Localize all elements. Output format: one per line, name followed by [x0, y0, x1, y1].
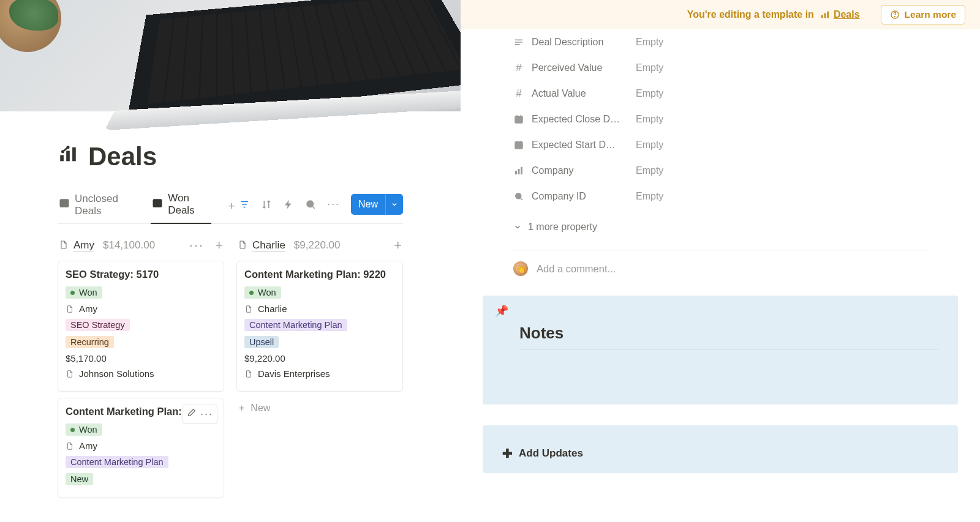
notes-callout[interactable]: 📌 Notes [483, 296, 958, 405]
person-ref[interactable]: Amy [66, 441, 216, 451]
property-row[interactable]: Expected Close D…Empty [513, 106, 927, 132]
divider [519, 349, 938, 349]
column-total: $9,220.00 [294, 239, 341, 252]
updates-callout[interactable]: ✚ Add Updates [483, 425, 958, 473]
column-add-button[interactable]: + [394, 237, 402, 253]
column-add-button[interactable]: + [215, 237, 223, 253]
banner-source-link[interactable]: Deals [820, 9, 860, 20]
chart-bar-icon [58, 144, 78, 170]
edit-icon[interactable] [187, 408, 197, 420]
card-title: SEO Strategy: 5170 [66, 269, 216, 280]
banner-link-text: Deals [834, 9, 860, 20]
svg-rect-2 [72, 147, 76, 162]
property-value: Empty [636, 140, 663, 151]
svg-rect-16 [821, 15, 823, 18]
svg-rect-1 [66, 151, 70, 161]
property-tag: Recurring [66, 336, 114, 348]
property-row[interactable]: Company IDEmpty [513, 184, 927, 209]
svg-rect-32 [515, 171, 517, 174]
property-tag: Content Marketing Plan [66, 456, 168, 468]
chevron-down-icon[interactable] [385, 194, 403, 215]
cover-image [0, 0, 461, 111]
property-label: Company [532, 165, 624, 176]
more-properties-toggle[interactable]: 1 more property [513, 215, 927, 239]
svg-rect-17 [824, 13, 826, 18]
relation-icon [513, 165, 524, 176]
property-value: Empty [636, 62, 663, 73]
new-button[interactable]: New [351, 194, 403, 215]
property-label: Perceived Value [532, 62, 624, 73]
number-icon: # [513, 62, 524, 74]
search-icon[interactable] [305, 199, 316, 210]
status-tag: Won [66, 423, 102, 436]
add-view-button[interactable]: + [225, 197, 239, 215]
column-name[interactable]: Amy [74, 239, 94, 252]
deal-card[interactable]: Content Marketing Plan: 893WonAmyContent… [58, 398, 224, 498]
board-icon [152, 198, 163, 212]
svg-rect-8 [153, 199, 162, 207]
deal-card[interactable]: SEO Strategy: 5170WonAmySEO StrategyRecu… [58, 261, 224, 392]
svg-line-36 [520, 198, 522, 200]
card-title: Content Marketing Plan: 9220 [244, 269, 395, 280]
person-ref[interactable]: Amy [66, 304, 216, 314]
comment-placeholder: Add a comment... [537, 263, 616, 275]
svg-rect-28 [515, 142, 522, 149]
column-name[interactable]: Charlie [252, 239, 285, 252]
filter-icon[interactable] [239, 199, 250, 210]
property-row[interactable]: Expected Start D…Empty [513, 132, 927, 158]
more-icon[interactable]: ··· [327, 198, 340, 211]
board-icon [59, 198, 70, 212]
template-banner: You're editing a template in Deals Learn… [461, 0, 980, 29]
property-label: Expected Start D… [532, 140, 624, 151]
automation-icon[interactable] [283, 199, 294, 210]
column-total: $14,100.00 [103, 239, 155, 252]
property-row[interactable]: CompanyEmpty [513, 158, 927, 184]
property-row[interactable]: #Actual ValueEmpty [513, 81, 927, 106]
deal-card[interactable]: Content Marketing Plan: 9220WonCharlieCo… [236, 261, 403, 392]
avatar: 👋 [513, 261, 528, 276]
tab-won-deals[interactable]: Won Deals [151, 188, 211, 224]
property-label: Expected Close D… [532, 114, 624, 125]
card-amount: $5,170.00 [66, 353, 216, 364]
pin-icon: 📌 [495, 304, 508, 318]
new-card-button[interactable]: +New [236, 398, 403, 419]
company-ref[interactable]: Johnson Solutions [66, 368, 216, 379]
property-row[interactable]: #Perceived ValueEmpty [513, 55, 927, 81]
svg-line-15 [312, 206, 315, 209]
page-icon [59, 240, 69, 251]
banner-text: You're editing a template in [687, 9, 814, 20]
sort-icon[interactable] [261, 199, 272, 210]
comment-input[interactable]: 👋 Add a comment... [461, 250, 980, 287]
property-row[interactable]: Deal DescriptionEmpty [513, 29, 927, 55]
svg-rect-18 [827, 12, 829, 18]
svg-rect-24 [515, 116, 522, 123]
tab-unclosed-deals[interactable]: Unclosed Deals [58, 189, 137, 223]
search-icon [513, 191, 524, 202]
svg-rect-5 [60, 199, 69, 207]
tab-label: Won Deals [168, 192, 210, 217]
svg-point-20 [894, 17, 895, 17]
status-tag: Won [244, 286, 281, 299]
svg-rect-0 [60, 155, 64, 161]
number-icon: # [513, 88, 524, 100]
plus-icon: ✚ [502, 446, 513, 461]
tab-label: Unclosed Deals [75, 193, 136, 217]
learn-more-button[interactable]: Learn more [881, 5, 965, 24]
company-ref[interactable]: Davis Enterprises [244, 368, 395, 379]
svg-rect-33 [518, 169, 520, 174]
page-title: Deals [88, 142, 157, 171]
card-more-icon[interactable]: ··· [200, 408, 213, 420]
property-value: Empty [636, 114, 663, 125]
column-more-icon[interactable]: ··· [189, 237, 204, 253]
svg-point-14 [307, 201, 314, 207]
property-label: Actual Value [532, 88, 624, 99]
person-ref[interactable]: Charlie [244, 304, 395, 314]
svg-rect-34 [521, 167, 522, 174]
property-tag: Upsell [244, 336, 279, 348]
view-tabs: Unclosed Deals Won Deals + ··· New [58, 188, 403, 224]
property-value: Empty [636, 88, 663, 99]
page-icon [238, 240, 247, 251]
property-tag: New [66, 473, 93, 485]
property-value: Empty [636, 165, 663, 176]
add-updates-label: Add Updates [519, 447, 583, 460]
